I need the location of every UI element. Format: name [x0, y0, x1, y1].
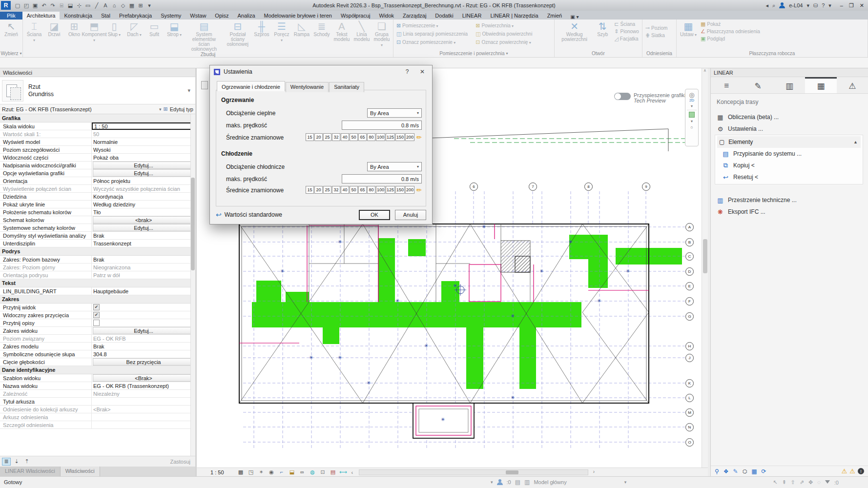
chevron-down-icon[interactable]: ▾: [159, 107, 162, 112]
ribbon-button[interactable]: ▦ Pokaż: [699, 20, 762, 28]
property-row[interactable]: Zakres: Poziom bazowy Brak: [0, 256, 195, 264]
diameter-chip[interactable]: 200: [405, 186, 414, 194]
vertical-scrollbar[interactable]: ∧: [702, 68, 708, 468]
diameter-chip[interactable]: 65: [358, 133, 367, 141]
ribbon-tab[interactable]: Modelowanie bryłowe i teren: [260, 12, 336, 20]
linear-submenu-item[interactable]: ⧉ Kopiuj <: [717, 160, 861, 171]
property-row[interactable]: Widoczny zakres przycięcia: [0, 311, 195, 319]
cart-icon[interactable]: ⛁: [813, 2, 818, 9]
warning-icon[interactable]: ⚠: [842, 468, 847, 475]
ribbon-button[interactable]: ▣ Podgląd: [699, 35, 762, 42]
ok-button[interactable]: OK: [359, 210, 390, 220]
property-row[interactable]: Wartość skali 1: 50: [0, 130, 195, 138]
property-row[interactable]: Widoczność części Pokaż oba: [0, 154, 195, 162]
heating-max-velocity-input[interactable]: 0.8 m/s: [342, 121, 422, 130]
ribbon-tab[interactable]: Zarządzaj: [398, 12, 431, 20]
grid-bubble[interactable]: E: [685, 282, 694, 290]
view-control-icon[interactable]: ◍: [308, 469, 318, 475]
selection-toggle-icon[interactable]: ✥: [808, 479, 813, 486]
qat-icon[interactable]: ◰: [22, 1, 30, 9]
ribbon-button[interactable]: ⌶ Ściana: [24, 20, 44, 43]
view-control-icon[interactable]: ⬓: [287, 469, 297, 475]
diameter-chip[interactable]: 80: [367, 186, 375, 194]
grid-bubble[interactable]: N: [685, 423, 694, 431]
reset-icon[interactable]: ↩: [216, 211, 222, 219]
wheel-dropdown-icon[interactable]: ▾: [691, 104, 693, 108]
linear-toolbar-icon[interactable]: ⛭: [743, 468, 747, 475]
ribbon-button[interactable]: ⬓ Strop: [165, 20, 184, 38]
grid-bubble[interactable]: B: [685, 238, 694, 246]
grid-bubble[interactable]: H: [685, 342, 694, 350]
warning-icon[interactable]: ⚠: [849, 468, 855, 475]
linear-tool-tab[interactable]: ▥: [774, 77, 805, 93]
ribbon-tab[interactable]: Wstaw: [186, 12, 210, 20]
ribbon-button[interactable]: ▦ Ustaw: [678, 20, 699, 38]
heating-load-select[interactable]: By Area▾: [367, 108, 422, 118]
help-dropdown-icon[interactable]: ▾: [828, 2, 831, 9]
ribbon-button[interactable]: ▯ Słup: [104, 20, 124, 38]
ribbon-button[interactable]: ◿ Facjatka: [613, 35, 641, 42]
linear-menu-item[interactable]: ▦ Obliczenia (beta) ...: [717, 111, 868, 123]
ribbon-tab[interactable]: Opisz: [210, 12, 233, 20]
property-row[interactable]: Skala widoku 1 : 50: [0, 122, 195, 130]
property-section-header[interactable]: Dane identyfikacyjne«: [0, 366, 195, 374]
property-row[interactable]: Tytuł arkusza: [0, 398, 195, 406]
design-option[interactable]: Model główny: [534, 479, 566, 485]
diameter-chip[interactable]: 25: [323, 186, 331, 194]
ribbon-display-toggle-icon[interactable]: ▣ ▾: [570, 14, 579, 20]
property-row[interactable]: Unterdisziplin Trassenkonzept: [0, 240, 195, 247]
links-icon[interactable]: ▥: [524, 479, 530, 486]
qat-icon[interactable]: ▣: [31, 1, 39, 9]
zoom-dropdown-icon[interactable]: ▾: [691, 119, 693, 123]
sort-descending-button[interactable]: ⇡: [22, 458, 31, 466]
diameter-chip[interactable]: 15: [306, 186, 314, 194]
property-row[interactable]: Arkusz odniesienia: [0, 413, 195, 421]
close-button[interactable]: ✕: [860, 2, 864, 9]
property-row[interactable]: Zależność Niezależny: [0, 390, 195, 398]
ribbon-button[interactable]: ◺ Rampa: [292, 20, 311, 37]
grid-bubble[interactable]: M: [685, 408, 694, 417]
ribbon-tab[interactable]: Współpracuj: [336, 12, 375, 20]
ribbon-button[interactable]: ☰ Poręcz: [272, 20, 291, 43]
qat-icon[interactable]: ▾: [145, 1, 153, 9]
view-type-name[interactable]: Rzut: EG - OK RFB (Trassenkonzept): [2, 106, 157, 112]
reset-defaults-button[interactable]: Wartości standardowe: [225, 211, 282, 218]
diameter-chip[interactable]: 50: [350, 133, 358, 141]
linear-tool-tab[interactable]: ⚠: [837, 77, 868, 93]
diameter-chip[interactable]: 20: [314, 186, 323, 194]
selection-toggle-icon[interactable]: ⇧: [791, 479, 795, 486]
diameter-chip[interactable]: 50: [350, 186, 358, 194]
revit-logo-icon[interactable]: R: [1, 1, 11, 10]
graphics-acceleration-toggle[interactable]: [614, 93, 631, 100]
linear-toolbar-icon[interactable]: ▦: [751, 468, 757, 475]
ribbon-tab[interactable]: Zmień: [543, 12, 567, 20]
ribbon-button[interactable]: ⊠ Pomieszczenie: [395, 22, 469, 29]
filter-icon[interactable]: [825, 480, 830, 486]
linear-toolbar-icon[interactable]: ✎: [733, 468, 738, 475]
ribbon-button[interactable]: ⊡ Oznacz powierzchnię: [474, 39, 534, 46]
grid-bubble[interactable]: O: [685, 438, 694, 447]
property-row[interactable]: Cięcie głębokości Bez przycięcia: [0, 358, 195, 366]
ribbon-button[interactable]: ⊸ Poziom: [644, 24, 669, 32]
grid-bubble[interactable]: G: [685, 312, 694, 321]
ribbon-button[interactable]: ⊏ Ściana: [613, 20, 641, 28]
ribbon-tab[interactable]: LINEAR: [458, 12, 486, 20]
chevron-down-icon[interactable]: ▾: [624, 480, 627, 485]
grid-bubble[interactable]: 7: [529, 183, 537, 191]
ribbon-button[interactable]: ◸ Dach: [124, 20, 144, 38]
linear-menu-item-elementy[interactable]: ▢ Elementy ▲: [717, 136, 861, 148]
linear-toolbar-icon[interactable]: ❖: [723, 468, 729, 475]
property-row[interactable]: Systemowe schematy kolorów Edytuj...: [0, 224, 195, 232]
grid-bubble[interactable]: D: [685, 267, 694, 276]
edit-pencil-icon[interactable]: ✏: [416, 186, 422, 194]
linear-tool-tab[interactable]: ▦: [805, 77, 836, 93]
property-section-header[interactable]: Zakres«: [0, 295, 195, 304]
scrollbar-thumb[interactable]: [506, 470, 518, 474]
property-row[interactable]: Wyświetl model Normalnie: [0, 138, 195, 146]
navbar-more-icon[interactable]: ○: [690, 125, 693, 130]
clipboard-icon[interactable]: [201, 81, 208, 89]
qat-icon[interactable]: A: [102, 1, 109, 9]
property-row[interactable]: Położenie schematu kolorów Tło: [0, 208, 195, 216]
zoom-region-icon[interactable]: [689, 112, 695, 118]
selection-toggle-icon[interactable]: ↖: [773, 479, 777, 486]
